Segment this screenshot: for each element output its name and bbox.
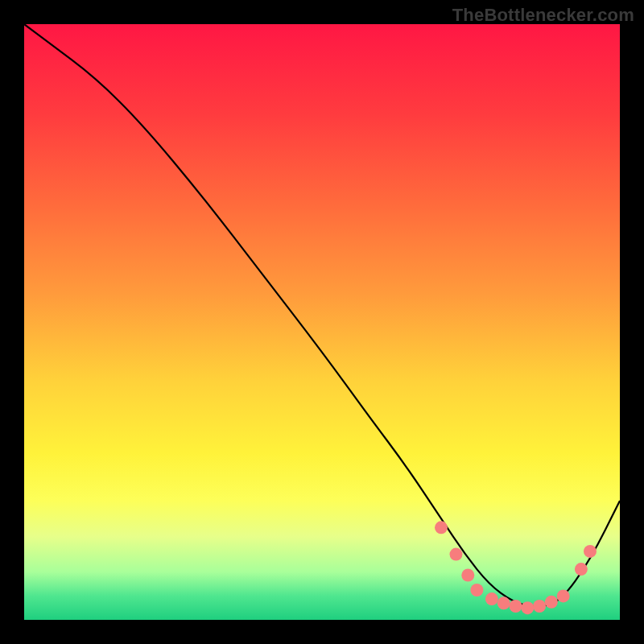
highlight-point — [461, 569, 474, 582]
highlight-point — [435, 521, 448, 534]
highlight-point — [497, 597, 510, 609]
highlight-point — [510, 600, 522, 613]
plot-area — [24, 24, 620, 620]
chart-svg — [24, 24, 620, 620]
highlight-point — [470, 584, 483, 597]
highlight-point — [450, 548, 463, 561]
gradient-background — [24, 24, 620, 620]
highlight-point — [521, 601, 534, 614]
highlight-point — [557, 589, 570, 602]
highlight-point — [584, 545, 597, 558]
highlight-point — [533, 600, 546, 613]
chart-frame: TheBottlenecker.com — [0, 0, 644, 644]
highlight-point — [545, 596, 558, 609]
highlight-point — [575, 563, 588, 576]
watermark-text: TheBottlenecker.com — [452, 5, 634, 26]
highlight-point — [485, 592, 498, 605]
